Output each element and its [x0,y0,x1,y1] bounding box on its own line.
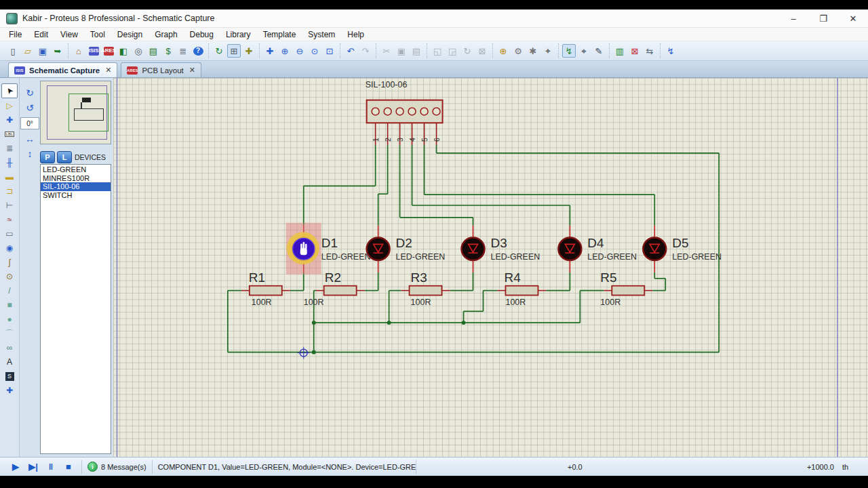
resistor-body-R3[interactable] [410,286,442,296]
current-probe-mode[interactable]: ⊙ [2,270,17,283]
menu-library[interactable]: Library [220,29,257,40]
pick-device-button[interactable]: P [40,151,55,163]
resistor-body-R2[interactable] [324,286,357,296]
message-count-panel[interactable]: i 8 Message(s) [82,460,153,474]
overview-thumbnail[interactable] [40,81,111,144]
tab-pcb-layout[interactable]: ARESPCB Layout✕ [121,62,201,77]
new-project-icon[interactable]: ▯ [6,44,20,58]
resistor-body-R5[interactable] [612,286,644,296]
selection-mode[interactable]: ➤ [1,83,18,98]
box-2d-mode[interactable]: ■ [2,298,17,312]
pick-parts-icon[interactable]: ⊕ [496,44,510,58]
resistor-body-R1[interactable] [250,286,282,296]
device-item[interactable]: SWITCH [41,191,111,200]
goto-sheet-icon[interactable]: ⇆ [643,44,656,58]
menu-graph[interactable]: Graph [149,29,183,40]
help-button-icon[interactable]: ? [191,44,205,58]
zoom-in-icon[interactable]: ⊕ [278,44,292,58]
component-mode[interactable]: ▷ [2,99,17,113]
rotate-ccw-button[interactable]: ↺ [22,101,37,115]
device-item[interactable]: MINRES100R [41,174,111,183]
design-explorer-icon[interactable]: ◎ [132,44,145,58]
zoom-area-icon[interactable]: ⊡ [323,44,336,58]
connector-pin-pad[interactable] [384,108,391,115]
device-item[interactable]: SIL-100-06 [41,182,111,191]
packaging-tool-icon[interactable]: ✱ [526,44,540,58]
led-body-D5[interactable] [643,237,666,260]
rotate-cw-button[interactable]: ↻ [22,86,37,100]
resistor-body-R4[interactable] [505,286,538,296]
text-2d-mode[interactable]: A [2,355,17,369]
open-project-icon[interactable]: ▱ [21,44,35,58]
menu-view[interactable]: View [54,29,84,40]
library-button[interactable]: L [57,151,72,163]
home-page-icon[interactable]: ⌂ [72,44,85,58]
remove-sheet-icon[interactable]: ⊠ [628,44,642,58]
stop-button[interactable]: ■ [60,460,77,474]
bus-mode[interactable]: ╫ [2,156,17,169]
menu-edit[interactable]: Edit [28,29,54,40]
connector-pin-pad[interactable] [420,108,428,115]
menu-design[interactable]: Design [111,29,149,40]
mirror-vertical-button[interactable]: ↕ [22,147,37,161]
3d-viewer-icon[interactable]: ◧ [117,44,130,58]
virtual-instruments-mode[interactable]: ▭ [2,227,17,241]
schematic-canvas[interactable]: 123456SIL-100-06R1100RR2100RR3100RR4100R… [113,78,868,457]
schematic-capture-button-icon[interactable]: ISIS [87,44,100,58]
pause-button[interactable]: ‖ [42,460,60,474]
menu-help[interactable]: Help [341,29,370,40]
path-2d-mode[interactable]: ∞ [2,341,17,354]
device-item[interactable]: LED-GREEN [41,165,111,174]
arc-2d-mode[interactable]: ⌒ [2,327,17,340]
electrical-rule-check-icon[interactable]: ≣ [176,44,190,58]
tab-close-icon[interactable]: ✕ [189,66,195,75]
minimize-button[interactable]: – [778,9,808,27]
new-sheet-icon[interactable]: ▥ [613,44,627,58]
pan-view-icon[interactable]: ✚ [263,44,277,58]
connector-pin-pad[interactable] [408,108,416,115]
close-button[interactable]: ✕ [838,9,868,27]
device-pin-mode[interactable]: ⊢ [2,199,17,212]
menu-tool[interactable]: Tool [84,29,111,40]
tab-close-icon[interactable]: ✕ [105,66,111,75]
symbol-2d-mode[interactable]: S [2,369,17,383]
redraw-display-icon[interactable]: ↻ [212,44,226,58]
wire-label-mode[interactable]: LBL [2,127,17,141]
connector-pin-pad[interactable] [433,108,440,115]
search-and-tag-icon[interactable]: ⌖ [577,44,591,58]
library-browser-icon[interactable]: ▤ [146,44,160,58]
terminal-mode[interactable]: ⊐ [2,184,17,198]
zoom-out-icon[interactable]: ⊖ [293,44,307,58]
menu-file[interactable]: File [3,29,28,40]
subcircuit-mode[interactable]: ▬ [2,170,17,184]
zoom-all-icon[interactable]: ⊙ [308,44,321,58]
led-body-D4[interactable] [558,237,581,260]
make-device-icon[interactable]: ⚙ [511,44,525,58]
menu-template[interactable]: Template [257,29,302,40]
restore-button[interactable]: ❐ [808,9,838,27]
schematic-drawing[interactable]: 123456SIL-100-06R1100RR2100RR3100RR4100R… [113,78,868,457]
menu-debug[interactable]: Debug [184,29,220,40]
play-button[interactable]: ▶ [7,460,24,474]
property-assignment-tool-icon[interactable]: ✎ [592,44,606,58]
step-button[interactable]: ▶| [24,460,42,474]
junction-dot-mode[interactable]: ✚ [2,113,17,127]
close-project-icon[interactable]: ➥ [51,44,64,58]
led-body-D3[interactable] [462,237,485,260]
circle-2d-mode[interactable]: ● [2,312,17,326]
save-project-icon[interactable]: ▣ [36,44,50,58]
generator-mode[interactable]: ◉ [2,241,17,255]
connector-pin-pad[interactable] [372,108,379,115]
generate-netlist-icon[interactable]: ↯ [664,44,677,58]
mirror-horizontal-button[interactable]: ↔ [22,132,37,146]
line-2d-mode[interactable]: / [2,284,17,298]
undo-button-icon[interactable]: ↶ [344,44,357,58]
graph-mode[interactable]: ≈ [2,213,17,226]
wire-autorouter-icon[interactable]: ↯ [562,44,576,58]
device-list[interactable]: LED-GREENMINRES100RSIL-100-06SWITCH [40,164,111,454]
menu-system[interactable]: System [302,29,341,40]
decompose-icon[interactable]: ✦ [541,44,555,58]
text-script-mode[interactable]: ≣ [2,142,17,155]
led-body-D2[interactable] [367,237,390,260]
toggle-grid-icon[interactable]: ⊞ [227,44,241,58]
